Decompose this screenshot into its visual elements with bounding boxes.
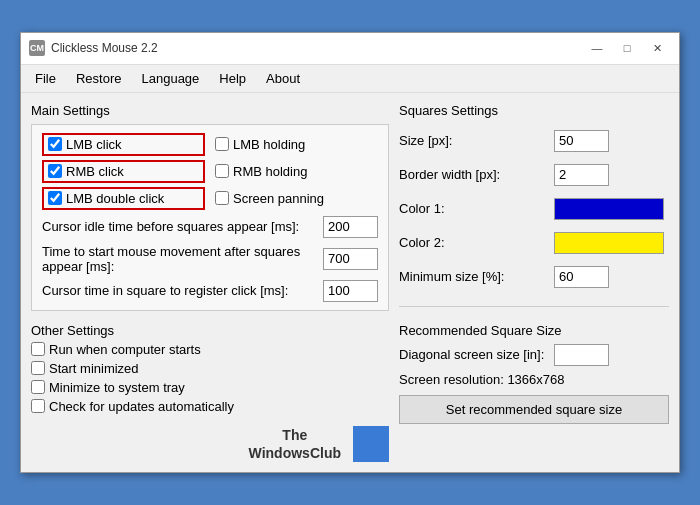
bottom-area: TheWindowsClub xyxy=(31,426,389,462)
rmb-holding-row: RMB holding xyxy=(215,160,378,183)
min-size-row: Minimum size [%]: xyxy=(399,266,669,288)
min-size-input[interactable] xyxy=(554,266,609,288)
diagonal-row: Diagonal screen size [in]: xyxy=(399,344,669,366)
check-updates-checkbox[interactable] xyxy=(31,399,45,413)
lmb-click-checkbox[interactable] xyxy=(48,137,62,151)
menu-help[interactable]: Help xyxy=(209,67,256,90)
lmb-holding-label: LMB holding xyxy=(233,137,305,152)
lmb-double-row: LMB double click xyxy=(42,187,205,210)
size-row: Size [px]: xyxy=(399,130,669,152)
idle-time-row: Cursor idle time before squares appear [… xyxy=(42,216,378,238)
start-minimized-checkbox[interactable] xyxy=(31,361,45,375)
start-movement-row: Time to start mouse movement after squar… xyxy=(42,244,378,274)
screen-panning-checkbox[interactable] xyxy=(215,191,229,205)
titlebar-title: Clickless Mouse 2.2 xyxy=(51,41,158,55)
other-settings-section: Other Settings Run when computer starts … xyxy=(31,319,389,414)
close-button[interactable]: ✕ xyxy=(643,38,671,58)
lmb-double-label: LMB double click xyxy=(66,191,164,206)
checkbox-grid: LMB click LMB holding RMB click xyxy=(42,133,378,210)
screen-panning-row: Screen panning xyxy=(215,187,378,210)
lmb-holding-checkbox[interactable] xyxy=(215,137,229,151)
color1-swatch[interactable] xyxy=(554,198,664,220)
border-width-input[interactable] xyxy=(554,164,609,186)
lmb-holding-row: LMB holding xyxy=(215,133,378,156)
check-updates-label: Check for updates automatically xyxy=(49,399,234,414)
idle-time-input[interactable] xyxy=(323,216,378,238)
start-movement-input[interactable] xyxy=(323,248,378,270)
run-startup-label: Run when computer starts xyxy=(49,342,201,357)
cursor-time-label: Cursor time in square to register click … xyxy=(42,283,317,298)
watermark-text: TheWindowsClub xyxy=(249,426,341,462)
other-checkboxes: Run when computer starts Start minimized… xyxy=(31,342,389,414)
min-size-label: Minimum size [%]: xyxy=(399,269,554,284)
lmb-double-checkbox[interactable] xyxy=(48,191,62,205)
start-minimized-row: Start minimized xyxy=(31,361,389,376)
start-minimized-label: Start minimized xyxy=(49,361,139,376)
minimize-tray-checkbox[interactable] xyxy=(31,380,45,394)
color2-row: Color 2: xyxy=(399,232,669,254)
watermark-icon xyxy=(353,426,389,462)
divider xyxy=(399,306,669,307)
size-input[interactable] xyxy=(554,130,609,152)
border-width-label: Border width [px]: xyxy=(399,167,554,182)
rmb-click-label: RMB click xyxy=(66,164,124,179)
idle-time-label: Cursor idle time before squares appear [… xyxy=(42,219,317,234)
screen-panning-label: Screen panning xyxy=(233,191,324,206)
minimize-button[interactable]: — xyxy=(583,38,611,58)
menu-restore[interactable]: Restore xyxy=(66,67,132,90)
squares-settings-title: Squares Settings xyxy=(399,103,669,118)
rmb-holding-checkbox[interactable] xyxy=(215,164,229,178)
other-settings-title: Other Settings xyxy=(31,323,389,338)
recommended-title: Recommended Square Size xyxy=(399,323,669,338)
content-area: Main Settings LMB click LMB holding xyxy=(21,93,679,472)
titlebar: CM Clickless Mouse 2.2 — □ ✕ xyxy=(21,33,679,65)
menu-language[interactable]: Language xyxy=(131,67,209,90)
run-startup-checkbox[interactable] xyxy=(31,342,45,356)
maximize-button[interactable]: □ xyxy=(613,38,641,58)
menu-file[interactable]: File xyxy=(25,67,66,90)
main-settings-section: Main Settings LMB click LMB holding xyxy=(31,103,389,311)
color1-label: Color 1: xyxy=(399,201,554,216)
start-movement-label: Time to start mouse movement after squar… xyxy=(42,244,317,274)
recommended-section: Recommended Square Size Diagonal screen … xyxy=(399,323,669,424)
color1-row: Color 1: xyxy=(399,198,669,220)
diagonal-input[interactable] xyxy=(554,344,609,366)
watermark-area: TheWindowsClub xyxy=(249,426,389,462)
rmb-click-checkbox[interactable] xyxy=(48,164,62,178)
run-startup-row: Run when computer starts xyxy=(31,342,389,357)
titlebar-left: CM Clickless Mouse 2.2 xyxy=(29,40,158,56)
resolution-text: Screen resolution: 1366x768 xyxy=(399,372,669,387)
right-panel: Squares Settings Size [px]: Border width… xyxy=(399,103,669,462)
diagonal-label: Diagonal screen size [in]: xyxy=(399,347,554,362)
cursor-time-row: Cursor time in square to register click … xyxy=(42,280,378,302)
rmb-holding-label: RMB holding xyxy=(233,164,307,179)
set-recommended-button[interactable]: Set recommended square size xyxy=(399,395,669,424)
main-window: CM Clickless Mouse 2.2 — □ ✕ File Restor… xyxy=(20,32,680,473)
app-icon: CM xyxy=(29,40,45,56)
color2-label: Color 2: xyxy=(399,235,554,250)
border-width-row: Border width [px]: xyxy=(399,164,669,186)
color2-swatch[interactable] xyxy=(554,232,664,254)
lmb-click-row: LMB click xyxy=(42,133,205,156)
main-settings-title: Main Settings xyxy=(31,103,389,118)
rmb-click-row: RMB click xyxy=(42,160,205,183)
cursor-time-input[interactable] xyxy=(323,280,378,302)
minimize-tray-row: Minimize to system tray xyxy=(31,380,389,395)
size-label: Size [px]: xyxy=(399,133,554,148)
minimize-tray-label: Minimize to system tray xyxy=(49,380,185,395)
titlebar-controls: — □ ✕ xyxy=(583,38,671,58)
menu-about[interactable]: About xyxy=(256,67,310,90)
menubar: File Restore Language Help About xyxy=(21,65,679,93)
left-panel: Main Settings LMB click LMB holding xyxy=(31,103,389,462)
lmb-click-label: LMB click xyxy=(66,137,122,152)
check-updates-row: Check for updates automatically xyxy=(31,399,389,414)
main-settings-box: LMB click LMB holding RMB click xyxy=(31,124,389,311)
